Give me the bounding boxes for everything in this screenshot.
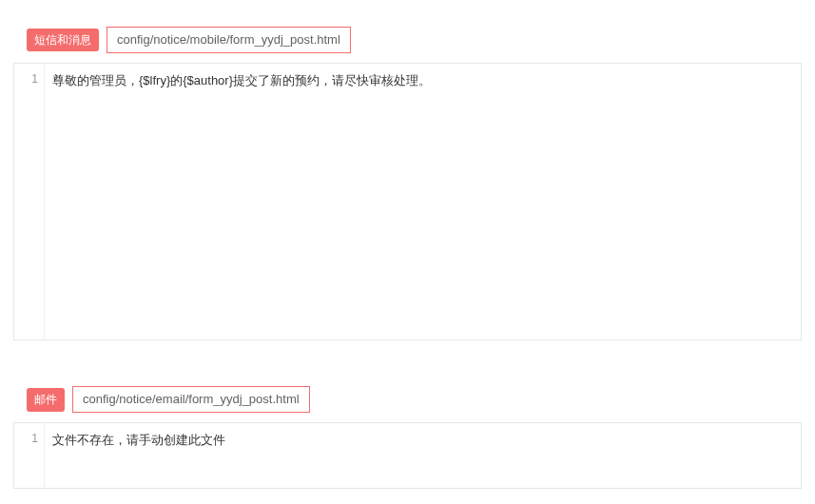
email-line-gutter: 1: [14, 423, 45, 488]
email-code-content[interactable]: 文件不存在，请手动创建此文件: [45, 423, 801, 488]
email-section: 邮件 config/notice/email/form_yydj_post.ht…: [0, 359, 815, 489]
sms-header-row: 短信和消息 config/notice/mobile/form_yydj_pos…: [0, 0, 815, 63]
sms-path-box: config/notice/mobile/form_yydj_post.html: [107, 27, 351, 53]
email-header-row: 邮件 config/notice/email/form_yydj_post.ht…: [0, 359, 815, 422]
email-path-box: config/notice/email/form_yydj_post.html: [72, 386, 310, 413]
email-editor[interactable]: 1 文件不存在，请手动创建此文件: [13, 422, 802, 489]
sms-line-gutter: 1: [14, 64, 45, 339]
sms-code-content[interactable]: 尊敬的管理员，{$lfry}的{$author}提交了新的预约，请尽快审核处理。: [45, 64, 801, 339]
sms-message-section: 短信和消息 config/notice/mobile/form_yydj_pos…: [0, 0, 815, 340]
sms-tag: 短信和消息: [27, 29, 99, 52]
email-tag: 邮件: [27, 388, 65, 412]
sms-editor[interactable]: 1 尊敬的管理员，{$lfry}的{$author}提交了新的预约，请尽快审核处…: [13, 63, 802, 340]
